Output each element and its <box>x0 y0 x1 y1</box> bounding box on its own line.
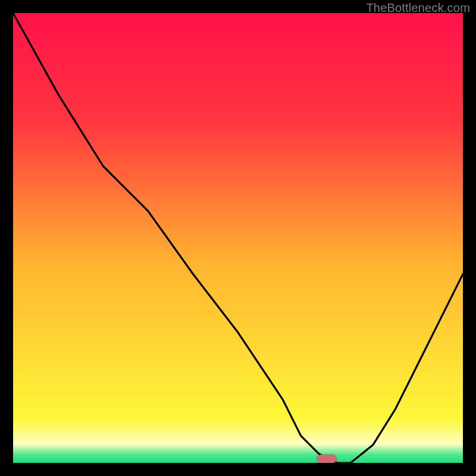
plot-area <box>13 13 463 463</box>
chart-frame: TheBottleneck.com <box>0 0 476 476</box>
bottleneck-curve <box>13 13 463 463</box>
optimal-marker <box>317 455 337 463</box>
